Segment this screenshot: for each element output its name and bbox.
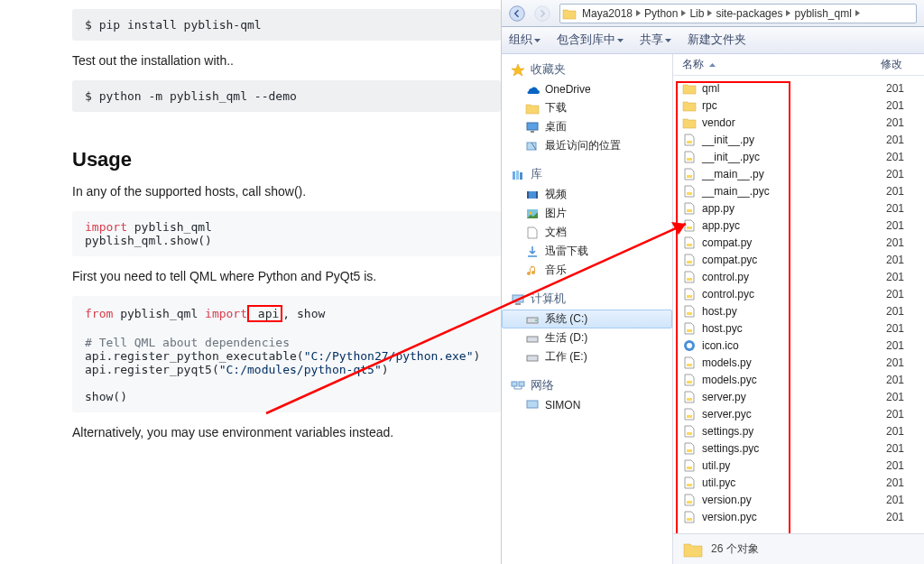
file-row[interactable]: models.py201 [673,354,924,371]
file-row[interactable]: compat.pyc201 [673,251,924,268]
file-icon [682,373,697,387]
file-name: compat.pyc [702,254,886,266]
file-row[interactable]: util.py201 [673,457,924,474]
file-row[interactable]: version.pyc201 [673,508,924,525]
include-menu[interactable]: 包含到库中 [557,32,624,48]
library-icon [511,168,525,182]
bc-item[interactable]: Python [641,7,681,20]
network-label: 网络 [531,378,554,393]
file-name: host.py [702,305,886,318]
tree-node-pictures[interactable]: 图片 [502,204,672,223]
file-date: 201 [886,305,904,318]
column-modified[interactable]: 修改 [881,57,902,72]
file-rows[interactable]: qml201rpc201vendor201__init__.py201__ini… [673,76,924,525]
tree-node-downloads[interactable]: 下载 [502,98,672,117]
chevron-down-icon [534,39,541,42]
file-row[interactable]: settings.py201 [673,422,924,439]
code-block-demo: $ python -m pyblish_qml --demo [72,80,501,112]
file-row[interactable]: vendor201 [673,114,924,131]
file-row[interactable]: control.py201 [673,268,924,285]
file-row[interactable]: control.pyc201 [673,285,924,302]
tree-node-drive-c[interactable]: 系统 (C:) [502,310,672,328]
tree-node-documents[interactable]: 文档 [502,223,672,242]
bc-item[interactable]: Lib [686,7,707,20]
tree-node-music[interactable]: 音乐 [502,261,672,280]
file-icon [682,253,697,267]
comment-deps: # Tell QML about dependencies [85,336,290,349]
file-date: 201 [886,219,904,232]
file-row[interactable]: icon.ico201 [673,337,924,354]
tree-node-desktop[interactable]: 桌面 [502,117,672,136]
file-row[interactable]: host.pyc201 [673,319,924,337]
file-name: settings.pyc [702,442,886,455]
file-row[interactable]: __init__.py201 [673,131,924,148]
file-row[interactable]: __init__.pyc201 [673,148,924,165]
svg-rect-44 [687,501,692,504]
cloud-icon [525,82,540,97]
new-folder-button[interactable]: 新建文件夹 [688,32,746,48]
file-icon [682,184,697,199]
file-row[interactable]: server.py201 [673,388,924,405]
tree-node-xunlei[interactable]: 迅雷下载 [502,242,672,261]
file-row[interactable]: qml201 [673,79,924,97]
file-icon [682,270,697,284]
back-arrow-icon [509,5,525,22]
share-label: 共享 [640,32,663,48]
file-row[interactable]: __main__.pyc201 [673,182,924,199]
tree-node-simon[interactable]: SIMON [502,396,672,414]
usage-heading: Usage [72,148,501,171]
navigation-tree[interactable]: 收藏夹 OneDrive 下载 桌面 最近访问的位置 库 视频 图片 文档 迅雷… [502,54,673,564]
svg-rect-14 [515,303,521,305]
libraries-head[interactable]: 库 [502,164,672,185]
file-row[interactable]: models.pyc201 [673,371,924,388]
api-highlight-box: api [247,305,282,322]
file-icon [682,287,697,301]
file-row[interactable]: app.pyc201 [673,217,924,234]
file-date: 201 [886,442,904,455]
back-button[interactable] [505,3,529,24]
svg-rect-27 [687,227,692,229]
column-name[interactable]: 名称 [682,57,881,72]
svg-rect-18 [527,356,538,361]
forward-button[interactable] [531,3,554,24]
bc-item[interactable]: pyblish_qml [790,7,855,20]
file-row[interactable]: __main__.py201 [673,165,924,182]
file-row[interactable]: server.pyc201 [673,405,924,422]
network-head[interactable]: 网络 [502,375,672,396]
share-menu[interactable]: 共享 [640,32,671,48]
file-date: 201 [886,322,904,335]
favorites-head[interactable]: 收藏夹 [502,60,672,80]
svg-point-35 [687,343,692,348]
file-row[interactable]: util.pyc201 [673,474,924,491]
svg-rect-5 [513,171,515,180]
tree-node-drive-e[interactable]: 工作 (E:) [502,347,672,366]
svg-rect-32 [687,312,692,315]
bc-item[interactable]: site-packages [712,7,786,20]
tree-node-recent[interactable]: 最近访问的位置 [502,136,672,155]
file-row[interactable]: compat.py201 [673,234,924,251]
file-row[interactable]: host.py201 [673,302,924,319]
file-date: 201 [886,288,904,300]
file-row[interactable]: rpc201 [673,97,924,114]
folder-icon [562,7,577,20]
column-headers[interactable]: 名称 修改 [673,54,924,76]
tree-node-drive-d[interactable]: 生活 (D:) [502,328,672,347]
install-cmd: $ pip install pyblish-qml [85,18,262,32]
tree-node-onedrive[interactable]: OneDrive [502,80,672,98]
include-label: 包含到库中 [557,32,615,48]
network-icon [511,379,525,393]
organize-menu[interactable]: 组织 [509,32,541,48]
file-name: compat.py [702,236,886,249]
chevron-down-icon [665,39,671,42]
file-row[interactable]: app.py201 [673,199,924,217]
tree-node-videos[interactable]: 视频 [502,185,672,204]
file-row[interactable]: version.py201 [673,491,924,508]
file-icon [682,407,697,421]
bc-item[interactable]: Maya2018 [578,7,636,20]
file-row[interactable]: settings.pyc201 [673,439,924,457]
computer-head[interactable]: 计算机 [502,289,672,310]
chevron-down-icon [617,39,624,42]
svg-rect-25 [687,192,692,195]
file-icon [682,338,697,353]
breadcrumb[interactable]: Maya2018 Python Lib site-packages pyblis… [559,4,917,23]
